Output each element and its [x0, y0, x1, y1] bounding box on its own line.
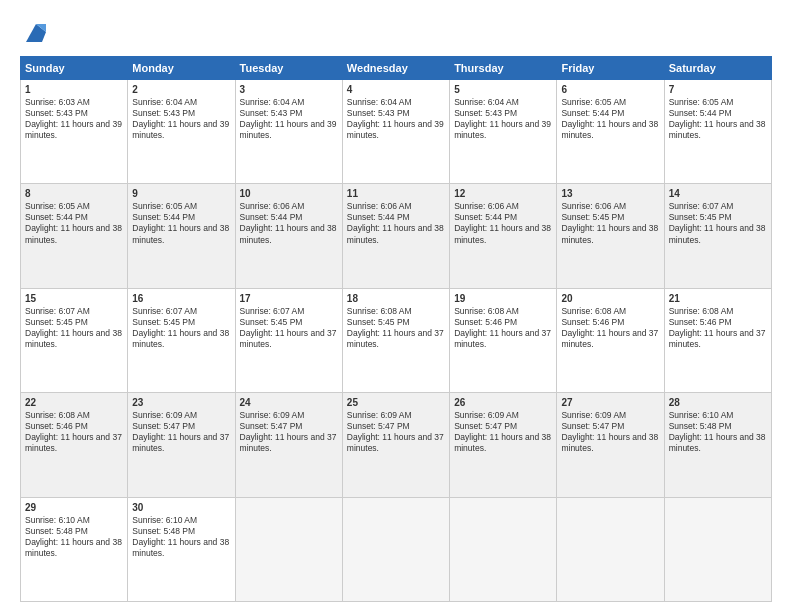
- calendar-cell: 26Sunrise: 6:09 AMSunset: 5:47 PMDayligh…: [450, 393, 557, 497]
- daylight-text: Daylight: 11 hours and 38 minutes.: [669, 432, 766, 453]
- sunrise-text: Sunrise: 6:06 AM: [240, 201, 305, 211]
- sunrise-text: Sunrise: 6:08 AM: [669, 306, 734, 316]
- daylight-text: Daylight: 11 hours and 39 minutes.: [347, 119, 444, 140]
- calendar-cell: 3Sunrise: 6:04 AMSunset: 5:43 PMDaylight…: [235, 80, 342, 184]
- calendar-cell: 24Sunrise: 6:09 AMSunset: 5:47 PMDayligh…: [235, 393, 342, 497]
- calendar-cell: 30Sunrise: 6:10 AMSunset: 5:48 PMDayligh…: [128, 497, 235, 601]
- sunrise-text: Sunrise: 6:07 AM: [25, 306, 90, 316]
- sunrise-text: Sunrise: 6:08 AM: [454, 306, 519, 316]
- sunrise-text: Sunrise: 6:05 AM: [669, 97, 734, 107]
- sunrise-text: Sunrise: 6:09 AM: [132, 410, 197, 420]
- calendar-cell: 19Sunrise: 6:08 AMSunset: 5:46 PMDayligh…: [450, 288, 557, 392]
- sunset-text: Sunset: 5:45 PM: [669, 212, 732, 222]
- weekday-header: Thursday: [450, 57, 557, 80]
- sunset-text: Sunset: 5:47 PM: [132, 421, 195, 431]
- daylight-text: Daylight: 11 hours and 38 minutes.: [132, 537, 229, 558]
- calendar-cell: 1Sunrise: 6:03 AMSunset: 5:43 PMDaylight…: [21, 80, 128, 184]
- sunrise-text: Sunrise: 6:08 AM: [347, 306, 412, 316]
- calendar-cell: 12Sunrise: 6:06 AMSunset: 5:44 PMDayligh…: [450, 184, 557, 288]
- calendar-cell: 5Sunrise: 6:04 AMSunset: 5:43 PMDaylight…: [450, 80, 557, 184]
- calendar-cell: 9Sunrise: 6:05 AMSunset: 5:44 PMDaylight…: [128, 184, 235, 288]
- sunrise-text: Sunrise: 6:06 AM: [347, 201, 412, 211]
- weekday-header: Tuesday: [235, 57, 342, 80]
- calendar-cell: 21Sunrise: 6:08 AMSunset: 5:46 PMDayligh…: [664, 288, 771, 392]
- calendar-cell: 28Sunrise: 6:10 AMSunset: 5:48 PMDayligh…: [664, 393, 771, 497]
- sunset-text: Sunset: 5:44 PM: [347, 212, 410, 222]
- daylight-text: Daylight: 11 hours and 37 minutes.: [347, 328, 444, 349]
- daylight-text: Daylight: 11 hours and 38 minutes.: [561, 432, 658, 453]
- calendar-cell: 10Sunrise: 6:06 AMSunset: 5:44 PMDayligh…: [235, 184, 342, 288]
- sunrise-text: Sunrise: 6:05 AM: [132, 201, 197, 211]
- sunset-text: Sunset: 5:44 PM: [669, 108, 732, 118]
- day-number: 12: [454, 187, 552, 200]
- day-number: 19: [454, 292, 552, 305]
- day-number: 7: [669, 83, 767, 96]
- daylight-text: Daylight: 11 hours and 39 minutes.: [132, 119, 229, 140]
- calendar-cell: 8Sunrise: 6:05 AMSunset: 5:44 PMDaylight…: [21, 184, 128, 288]
- daylight-text: Daylight: 11 hours and 38 minutes.: [25, 223, 122, 244]
- calendar-week-row: 22Sunrise: 6:08 AMSunset: 5:46 PMDayligh…: [21, 393, 772, 497]
- sunset-text: Sunset: 5:48 PM: [25, 526, 88, 536]
- calendar-cell: 18Sunrise: 6:08 AMSunset: 5:45 PMDayligh…: [342, 288, 449, 392]
- calendar-cell: 2Sunrise: 6:04 AMSunset: 5:43 PMDaylight…: [128, 80, 235, 184]
- daylight-text: Daylight: 11 hours and 37 minutes.: [454, 328, 551, 349]
- calendar-cell: [664, 497, 771, 601]
- sunset-text: Sunset: 5:44 PM: [132, 212, 195, 222]
- day-number: 11: [347, 187, 445, 200]
- day-number: 14: [669, 187, 767, 200]
- sunrise-text: Sunrise: 6:04 AM: [240, 97, 305, 107]
- daylight-text: Daylight: 11 hours and 38 minutes.: [240, 223, 337, 244]
- day-number: 26: [454, 396, 552, 409]
- daylight-text: Daylight: 11 hours and 38 minutes.: [669, 223, 766, 244]
- daylight-text: Daylight: 11 hours and 37 minutes.: [240, 432, 337, 453]
- sunrise-text: Sunrise: 6:10 AM: [669, 410, 734, 420]
- sunset-text: Sunset: 5:45 PM: [240, 317, 303, 327]
- day-number: 15: [25, 292, 123, 305]
- day-number: 27: [561, 396, 659, 409]
- day-number: 16: [132, 292, 230, 305]
- daylight-text: Daylight: 11 hours and 38 minutes.: [132, 223, 229, 244]
- daylight-text: Daylight: 11 hours and 38 minutes.: [454, 223, 551, 244]
- calendar-cell: 7Sunrise: 6:05 AMSunset: 5:44 PMDaylight…: [664, 80, 771, 184]
- day-number: 6: [561, 83, 659, 96]
- daylight-text: Daylight: 11 hours and 38 minutes.: [25, 328, 122, 349]
- sunset-text: Sunset: 5:43 PM: [25, 108, 88, 118]
- sunset-text: Sunset: 5:43 PM: [132, 108, 195, 118]
- day-number: 9: [132, 187, 230, 200]
- day-number: 10: [240, 187, 338, 200]
- daylight-text: Daylight: 11 hours and 37 minutes.: [25, 432, 122, 453]
- day-number: 22: [25, 396, 123, 409]
- sunrise-text: Sunrise: 6:10 AM: [25, 515, 90, 525]
- calendar-cell: [450, 497, 557, 601]
- sunset-text: Sunset: 5:44 PM: [25, 212, 88, 222]
- day-number: 23: [132, 396, 230, 409]
- calendar-cell: [342, 497, 449, 601]
- sunset-text: Sunset: 5:45 PM: [561, 212, 624, 222]
- sunset-text: Sunset: 5:43 PM: [347, 108, 410, 118]
- sunset-text: Sunset: 5:47 PM: [240, 421, 303, 431]
- calendar-week-row: 29Sunrise: 6:10 AMSunset: 5:48 PMDayligh…: [21, 497, 772, 601]
- sunset-text: Sunset: 5:46 PM: [561, 317, 624, 327]
- sunrise-text: Sunrise: 6:09 AM: [347, 410, 412, 420]
- calendar-week-row: 15Sunrise: 6:07 AMSunset: 5:45 PMDayligh…: [21, 288, 772, 392]
- sunrise-text: Sunrise: 6:03 AM: [25, 97, 90, 107]
- calendar-table: SundayMondayTuesdayWednesdayThursdayFrid…: [20, 56, 772, 602]
- calendar-cell: [557, 497, 664, 601]
- day-number: 24: [240, 396, 338, 409]
- day-number: 29: [25, 501, 123, 514]
- sunset-text: Sunset: 5:48 PM: [132, 526, 195, 536]
- day-number: 13: [561, 187, 659, 200]
- daylight-text: Daylight: 11 hours and 38 minutes.: [132, 328, 229, 349]
- daylight-text: Daylight: 11 hours and 39 minutes.: [240, 119, 337, 140]
- weekday-header: Friday: [557, 57, 664, 80]
- calendar-week-row: 1Sunrise: 6:03 AMSunset: 5:43 PMDaylight…: [21, 80, 772, 184]
- calendar-cell: 17Sunrise: 6:07 AMSunset: 5:45 PMDayligh…: [235, 288, 342, 392]
- weekday-header: Monday: [128, 57, 235, 80]
- daylight-text: Daylight: 11 hours and 37 minutes.: [669, 328, 766, 349]
- sunset-text: Sunset: 5:47 PM: [561, 421, 624, 431]
- day-number: 3: [240, 83, 338, 96]
- day-number: 18: [347, 292, 445, 305]
- logo: [20, 18, 50, 46]
- sunset-text: Sunset: 5:43 PM: [240, 108, 303, 118]
- calendar-cell: 11Sunrise: 6:06 AMSunset: 5:44 PMDayligh…: [342, 184, 449, 288]
